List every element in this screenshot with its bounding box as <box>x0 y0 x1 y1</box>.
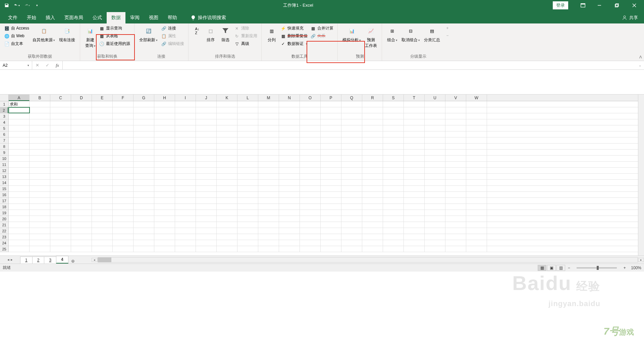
cell-E18[interactable] <box>92 204 113 210</box>
vertical-scrollbar[interactable] <box>638 95 644 255</box>
cell-M1[interactable] <box>258 101 279 107</box>
cell-L7[interactable] <box>237 137 258 143</box>
row-header-2[interactable]: 2 <box>0 107 8 113</box>
cell-G19[interactable] <box>133 210 154 216</box>
cell-Q2[interactable] <box>341 107 362 113</box>
cell-D15[interactable] <box>71 186 92 191</box>
cell-R14[interactable] <box>362 180 383 185</box>
col-header-Q[interactable]: Q <box>341 95 362 101</box>
cell-W19[interactable] <box>466 210 487 216</box>
row-header-25[interactable]: 25 <box>0 246 8 252</box>
cell-J16[interactable] <box>196 192 217 197</box>
cell-N2[interactable] <box>279 107 300 113</box>
cell-E5[interactable] <box>92 125 113 131</box>
cell-K22[interactable] <box>217 228 237 234</box>
cell-V16[interactable] <box>445 192 466 197</box>
cell-U12[interactable] <box>425 168 445 173</box>
col-header-R[interactable]: R <box>362 95 383 101</box>
cell-D11[interactable] <box>71 162 92 167</box>
cell-S23[interactable] <box>383 234 404 240</box>
cell-D19[interactable] <box>71 210 92 216</box>
cell-H21[interactable] <box>154 222 175 228</box>
cell-S2[interactable] <box>383 107 404 113</box>
cell-I17[interactable] <box>175 198 196 204</box>
cell-V23[interactable] <box>445 234 466 240</box>
row-header-16[interactable]: 16 <box>0 192 8 198</box>
cell-W8[interactable] <box>466 143 487 149</box>
select-all-corner[interactable] <box>0 95 9 101</box>
cell-R11[interactable] <box>362 162 383 167</box>
cell-P13[interactable] <box>321 174 341 179</box>
cell-H14[interactable] <box>154 180 175 185</box>
cell-B19[interactable] <box>30 210 50 216</box>
cell-B17[interactable] <box>30 198 50 204</box>
cell-H2[interactable] <box>154 107 175 113</box>
cell-A8[interactable] <box>9 143 30 149</box>
cell-I5[interactable] <box>175 125 196 131</box>
cell-H15[interactable] <box>154 186 175 191</box>
ungroup-button[interactable]: ⊟ 取消组合▾ <box>399 25 422 44</box>
recent-sources-button[interactable]: 🕓最近使用的源 <box>98 40 131 47</box>
cell-J11[interactable] <box>196 162 217 167</box>
cell-P17[interactable] <box>321 198 341 204</box>
cell-D17[interactable] <box>71 198 92 204</box>
cell-V5[interactable] <box>445 125 466 131</box>
cell-V3[interactable] <box>445 113 466 119</box>
cell-L15[interactable] <box>237 186 258 191</box>
cell-I8[interactable] <box>175 143 196 149</box>
cell-A1[interactable]: 求和 <box>9 101 30 107</box>
tab-data[interactable]: 数据 <box>107 12 125 23</box>
cell-K23[interactable] <box>217 234 237 240</box>
cell-R22[interactable] <box>362 228 383 234</box>
cell-P1[interactable] <box>321 101 341 107</box>
cell-T22[interactable] <box>404 228 425 234</box>
cell-G20[interactable] <box>133 216 154 222</box>
cell-R7[interactable] <box>362 137 383 143</box>
cell-G5[interactable] <box>133 125 154 131</box>
cell-C6[interactable] <box>50 131 71 137</box>
cell-M6[interactable] <box>258 131 279 137</box>
cell-C15[interactable] <box>50 186 71 191</box>
cell-O18[interactable] <box>300 204 321 210</box>
cell-M17[interactable] <box>258 198 279 204</box>
cell-F3[interactable] <box>113 113 133 119</box>
cell-H25[interactable] <box>154 246 175 252</box>
cell-F4[interactable] <box>113 119 133 125</box>
cell-N22[interactable] <box>279 228 300 234</box>
cell-M15[interactable] <box>258 186 279 191</box>
cell-V12[interactable] <box>445 168 466 173</box>
cell-R21[interactable] <box>362 222 383 228</box>
cell-N4[interactable] <box>279 119 300 125</box>
cell-O10[interactable] <box>300 156 321 161</box>
cell-T21[interactable] <box>404 222 425 228</box>
cell-M12[interactable] <box>258 168 279 173</box>
minimize-button[interactable] <box>592 0 607 11</box>
cell-I14[interactable] <box>175 180 196 185</box>
show-queries-button[interactable]: ▦显示查询 <box>98 25 131 32</box>
cell-U10[interactable] <box>425 156 445 161</box>
cell-F13[interactable] <box>113 174 133 179</box>
cell-W6[interactable] <box>466 131 487 137</box>
cell-F17[interactable] <box>113 198 133 204</box>
cell-M24[interactable] <box>258 240 279 246</box>
consolidate-button[interactable]: ▦合并计算 <box>309 25 335 32</box>
cell-H17[interactable] <box>154 198 175 204</box>
tab-page-layout[interactable]: 页面布局 <box>60 12 88 23</box>
existing-connections-button[interactable]: 📑 现有连接 <box>57 25 77 44</box>
cell-C17[interactable] <box>50 198 71 204</box>
cell-L13[interactable] <box>237 174 258 179</box>
cell-A4[interactable] <box>9 119 30 125</box>
ribbon-display-icon[interactable] <box>576 0 590 11</box>
cell-I7[interactable] <box>175 137 196 143</box>
cell-M14[interactable] <box>258 180 279 185</box>
cell-L23[interactable] <box>237 234 258 240</box>
cell-P9[interactable] <box>321 150 341 155</box>
cell-N15[interactable] <box>279 186 300 191</box>
cell-M9[interactable] <box>258 150 279 155</box>
cell-O2[interactable] <box>300 107 321 113</box>
cell-D6[interactable] <box>71 131 92 137</box>
cell-B24[interactable] <box>30 240 50 246</box>
cell-K21[interactable] <box>217 222 237 228</box>
cell-K19[interactable] <box>217 210 237 216</box>
sheet-tab-1[interactable]: 1 <box>20 256 33 264</box>
